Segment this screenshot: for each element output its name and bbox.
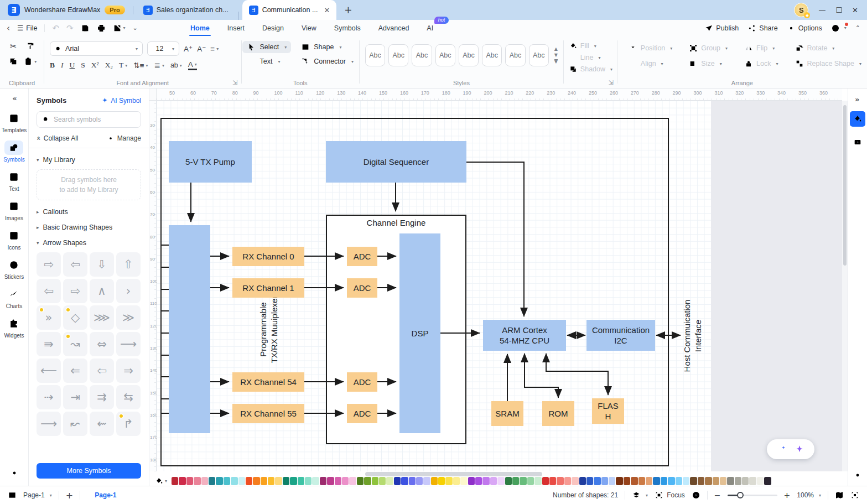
color-swatch[interactable] — [749, 477, 756, 485]
italic-button[interactable]: I — [61, 61, 64, 70]
sidebar-item-icons[interactable]: Icons — [2, 228, 27, 251]
color-swatch[interactable] — [757, 477, 764, 485]
collapse-ribbon-button[interactable]: ⌃ — [855, 24, 860, 32]
settings-gear-icon[interactable] — [9, 468, 19, 478]
manage-button[interactable]: Manage — [107, 134, 141, 142]
color-swatch[interactable] — [201, 477, 208, 485]
save-icon[interactable] — [81, 24, 90, 33]
color-swatch[interactable] — [290, 477, 297, 485]
subscript-button[interactable]: X₂ — [105, 61, 113, 70]
color-swatch[interactable] — [698, 477, 704, 485]
symbol-right-arrow[interactable]: ⇨ — [37, 252, 61, 277]
focus-button[interactable]: Focus — [655, 491, 685, 500]
color-swatch[interactable] — [305, 477, 312, 485]
font-group-expand-icon[interactable]: ⇲ — [232, 79, 237, 86]
layers-button[interactable]: ▾ — [632, 491, 648, 500]
more-symbols-button[interactable]: More Symbols — [37, 463, 141, 479]
text-effect-button[interactable]: T▾ — [119, 61, 127, 70]
sidebar-item-stickers[interactable]: Stickers — [2, 258, 27, 280]
color-swatch[interactable] — [460, 477, 467, 485]
add-page-button[interactable]: + — [66, 490, 73, 501]
decrease-font-button[interactable]: A⁻ — [197, 44, 206, 53]
close-button[interactable]: ✕ — [852, 6, 858, 14]
section-callouts[interactable]: ▸Callouts — [37, 208, 141, 216]
close-tab-icon[interactable]: ✕ — [324, 6, 330, 14]
color-swatch[interactable] — [364, 477, 371, 485]
rom-node[interactable]: ROM — [542, 401, 574, 426]
zoom-level[interactable]: 100%▾ — [797, 491, 821, 499]
line-spacing-button[interactable]: ⇅≡▾ — [133, 61, 148, 70]
symbol-long-right-arrow-2[interactable]: ⟶ — [37, 412, 61, 436]
strikethrough-button[interactable]: S — [81, 61, 85, 70]
color-swatch[interactable] — [335, 477, 341, 485]
color-swatch[interactable] — [186, 477, 193, 485]
list-button[interactable]: ≣▾ — [154, 61, 164, 70]
color-swatch[interactable] — [490, 477, 497, 485]
style-preset[interactable]: Abc — [435, 44, 455, 66]
color-swatch[interactable] — [616, 477, 622, 485]
size-button[interactable]: Size▾ — [689, 59, 728, 68]
shadow-button[interactable]: Shadow▾ — [569, 65, 611, 73]
color-swatch[interactable] — [601, 477, 608, 485]
sidebar-item-text[interactable]: Text — [2, 170, 27, 192]
color-swatch[interactable] — [423, 477, 430, 485]
color-swatch[interactable] — [609, 477, 615, 485]
color-swatch[interactable] — [342, 477, 349, 485]
symbol-double-chevron[interactable]: ≫ — [116, 305, 141, 330]
increase-font-button[interactable]: A⁺ — [184, 44, 193, 53]
collapse-panel-icon[interactable]: « — [12, 94, 15, 102]
connector-edge[interactable] — [546, 354, 608, 395]
tab-insert[interactable]: Insert — [226, 20, 246, 36]
color-swatch[interactable] — [453, 477, 460, 485]
underline-button[interactable]: U — [70, 61, 75, 70]
color-swatch[interactable] — [253, 477, 259, 485]
style-preset[interactable]: Abc — [365, 44, 385, 66]
canvas-area[interactable]: 5060708090100110120130140150160170180190… — [149, 89, 848, 471]
color-swatch[interactable] — [527, 477, 534, 485]
text-align-button[interactable]: ≡▾ — [210, 45, 219, 53]
fit-to-screen-icon[interactable] — [850, 491, 859, 500]
page-view-icon[interactable] — [8, 491, 17, 500]
lock-button[interactable]: Lock▾ — [744, 59, 778, 68]
tab-symbols[interactable]: Symbols — [333, 20, 362, 36]
color-swatch[interactable] — [431, 477, 438, 485]
color-swatch[interactable] — [275, 477, 282, 485]
ai-floating-toolbar[interactable] — [767, 439, 814, 459]
tab-design[interactable]: Design — [261, 20, 285, 36]
color-swatch[interactable] — [298, 477, 304, 485]
presentation-panel-tab[interactable] — [850, 134, 865, 150]
sidebar-item-symbols[interactable]: Symbols — [2, 141, 27, 163]
settings-gear-icon[interactable] — [853, 470, 863, 480]
color-swatch[interactable] — [209, 477, 215, 485]
color-swatch[interactable] — [727, 477, 734, 485]
zoom-slider[interactable] — [728, 495, 777, 496]
color-swatch[interactable] — [224, 477, 230, 485]
color-swatch[interactable] — [416, 477, 423, 485]
share-button[interactable]: Share — [747, 24, 777, 33]
symbol-striped-arrow[interactable]: ⇛ — [37, 332, 61, 356]
color-swatch[interactable] — [653, 477, 660, 485]
color-swatch[interactable] — [231, 477, 237, 485]
color-swatch[interactable] — [172, 477, 178, 485]
color-swatch[interactable] — [631, 477, 637, 485]
flip-button[interactable]: Flip▾ — [744, 44, 778, 53]
fill-bucket-icon[interactable]: ▾ — [155, 477, 167, 485]
color-swatch[interactable] — [720, 477, 726, 485]
export-button[interactable]: ▾ — [113, 24, 126, 33]
file-menu[interactable]: ☰File — [17, 24, 37, 32]
color-swatch[interactable] — [409, 477, 416, 485]
new-tab-button[interactable]: + — [336, 4, 360, 15]
style-panel-tab[interactable] — [850, 111, 865, 127]
help-button[interactable]: ▾ — [831, 24, 847, 33]
style-preset[interactable]: Abc — [529, 44, 549, 66]
sidebar-item-images[interactable]: Images — [2, 199, 27, 221]
color-swatch[interactable] — [579, 477, 586, 485]
color-swatch[interactable] — [705, 477, 712, 485]
style-preset[interactable]: Abc — [388, 44, 408, 66]
flash-node[interactable]: FLASH — [592, 398, 624, 424]
color-swatch[interactable] — [557, 477, 563, 485]
document-tab[interactable]: ƎCommunication ...✕ — [242, 0, 337, 20]
symbol-triple-chevron[interactable]: ⋙ — [90, 305, 114, 330]
font-color-button[interactable]: A▾ — [188, 60, 197, 70]
section-my-library[interactable]: ▾My Library — [37, 156, 141, 164]
